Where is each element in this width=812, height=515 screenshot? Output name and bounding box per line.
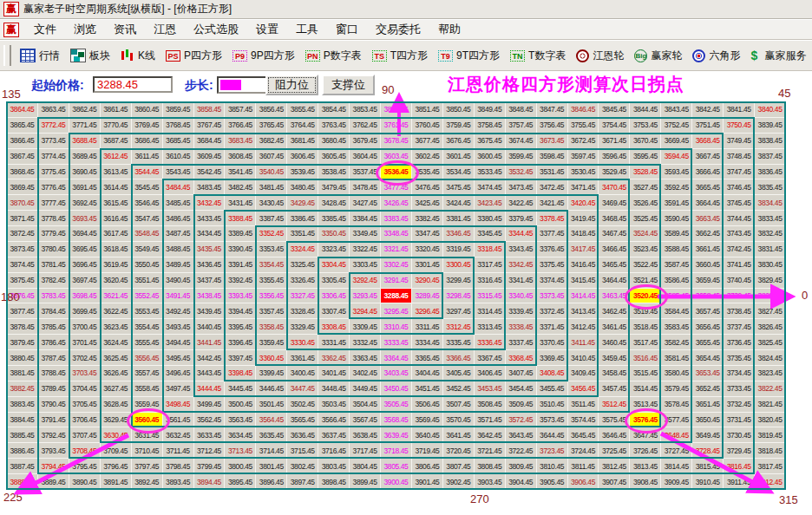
grid-cell-r6c8: 3430.45 <box>256 195 287 211</box>
grid-cell-r4c14: 3534.45 <box>443 165 475 180</box>
toolbar-button-9p-square[interactable]: P99P四方形 <box>227 47 300 65</box>
grid-cell-r2c9: 3681.45 <box>287 134 318 149</box>
grid-cell-r20c5: 3561.45 <box>163 413 194 428</box>
grid-cell-r19c22: 3651.45 <box>692 397 724 413</box>
menu-item-交易委托[interactable]: 交易委托 <box>368 20 429 39</box>
grid-cell-r10c24: 3830.45 <box>755 258 786 273</box>
grid-cell-r4c2: 3690.45 <box>69 165 101 180</box>
grid-cell-r20c7: 3563.45 <box>225 413 256 428</box>
grid-cell-r10c6: 3436.45 <box>194 258 226 273</box>
grid-cell-r16c12: 3364.45 <box>381 350 412 366</box>
grid-cell-r10c16: 3342.45 <box>506 258 537 273</box>
toolbar-button-hexagon[interactable]: 六角形 <box>687 47 745 65</box>
menu-item-文件[interactable]: 文件 <box>26 20 64 39</box>
grid-cell-r7c4: 3547.45 <box>132 211 163 226</box>
grid-cell-r1c23: 3750.45 <box>724 118 755 134</box>
grid-cell-r8c2: 3694.45 <box>69 226 101 242</box>
grid-cell-r3c12: 3603.45 <box>381 149 412 165</box>
grid-cell-r7c17: 3378.45 <box>537 211 568 226</box>
grid-cell-r14c13: 3311.45 <box>412 319 443 335</box>
toolbar-button-t-number-table[interactable]: TNT数字表 <box>505 47 571 65</box>
grid-cell-r13c2: 3699.45 <box>69 303 101 319</box>
grid-cell-r1c4: 3769.45 <box>132 118 163 134</box>
grid-cell-r11c19: 3464.45 <box>599 273 630 289</box>
menu-item-工具[interactable]: 工具 <box>288 20 326 39</box>
grid-cell-r20c14: 3570.45 <box>443 413 475 428</box>
toolbar-button-p-square[interactable]: PSP四方形 <box>160 47 227 65</box>
grid-cell-r16c13: 3365.45 <box>412 350 443 366</box>
toolbar-button-sectors[interactable]: 板块 <box>65 47 115 65</box>
grid-cell-r14c3: 3623.45 <box>101 319 132 335</box>
grid-cell-r18c10: 3448.45 <box>318 381 350 397</box>
grid-cell-r16c19: 3459.45 <box>599 350 630 366</box>
toolbar-button-quotes[interactable]: 行情 <box>15 47 65 65</box>
grid-cell-r8c16: 3344.45 <box>506 226 537 242</box>
grid-cell-r23c16: 3809.45 <box>506 459 537 474</box>
grid-cell-r19c7: 3500.45 <box>225 397 256 413</box>
grid-cell-r11c17: 3374.45 <box>537 273 568 289</box>
support-button[interactable]: 支撑位 <box>322 75 375 95</box>
toolbar-button-p-number-table[interactable]: PNP数字表 <box>300 47 367 65</box>
menu-item-设置[interactable]: 设置 <box>248 20 286 39</box>
grid-cell-r9c22: 3661.45 <box>692 242 724 258</box>
grid-cell-r0c19: 3845.45 <box>599 102 630 118</box>
compass-label-180: 180 <box>1 290 20 303</box>
start-price-input[interactable] <box>93 76 173 93</box>
grid-cell-r11c5: 3490.45 <box>163 273 194 289</box>
grid-cell-r9c16: 3343.45 <box>506 242 537 258</box>
grid-cell-r5c0: 3869.45 <box>7 179 38 195</box>
grid-cell-r9c6: 3435.45 <box>194 242 226 258</box>
hexagon-icon <box>692 49 705 62</box>
grid-cell-r24c6: 3894.45 <box>194 474 226 490</box>
toolbar-button-kline[interactable]: K线 <box>115 47 160 65</box>
grid-cell-r20c9: 3565.45 <box>287 413 318 428</box>
grid-cell-r14c7: 3395.45 <box>225 319 256 335</box>
toolbar-handle[interactable] <box>3 45 11 66</box>
grid-cell-r22c13: 3719.45 <box>412 443 443 459</box>
grid-cell-r15c11: 3332.45 <box>350 335 381 350</box>
grid-cell-r6c6: 3432.45 <box>194 195 226 211</box>
grid-cell-r5c16: 3473.45 <box>506 179 537 195</box>
grid-cell-r22c17: 3723.45 <box>537 443 568 459</box>
grid-cell-r8c6: 3434.45 <box>194 226 226 242</box>
grid-cell-r22c2: 3708.45 <box>69 443 101 459</box>
step-color-swatch <box>220 80 241 90</box>
menu-item-资讯[interactable]: 资讯 <box>106 20 144 39</box>
grid-cell-r21c15: 3642.45 <box>475 427 506 443</box>
grid-cell-r9c12: 3321.45 <box>381 242 412 258</box>
grid-cell-r18c2: 3704.45 <box>69 381 101 397</box>
grid-cell-r6c22: 3664.45 <box>692 195 724 211</box>
resistance-button[interactable]: 阻力位 <box>265 75 318 95</box>
menu-item-江恩[interactable]: 江恩 <box>146 20 184 39</box>
grid-cell-r9c10: 3323.45 <box>318 242 350 258</box>
toolbar-button-gann-wheel[interactable]: 江恩轮 <box>571 47 629 65</box>
grid-cell-r0c16: 3848.45 <box>506 102 537 118</box>
toolbar-button-winner-service[interactable]: $赢家服务 <box>745 47 811 65</box>
toolbar-button-9t-square[interactable]: T99T四方形 <box>433 47 505 65</box>
grid-cell-r13c23: 3738.45 <box>724 303 755 319</box>
grid-cell-r12c2: 3698.45 <box>69 289 101 304</box>
grid-cell-r9c13: 3320.45 <box>412 242 443 258</box>
toolbar-label: P四方形 <box>184 49 222 63</box>
grid-cell-r14c11: 3309.45 <box>350 319 381 335</box>
grid-cell-r9c7: 3390.45 <box>225 242 256 258</box>
toolbar-button-t-square[interactable]: TST四方形 <box>367 47 433 65</box>
menu-item-公式选股[interactable]: 公式选股 <box>186 20 246 39</box>
grid-cell-r24c19: 3907.45 <box>599 474 630 490</box>
toolbar-button-winner-wheel[interactable]: Big赢家轮 <box>629 47 687 65</box>
grid-cell-r16c23: 3735.45 <box>724 350 755 366</box>
grid-cell-r6c13: 3425.45 <box>412 195 443 211</box>
grid-cell-r17c16: 3407.45 <box>506 366 537 381</box>
grid-cell-r11c22: 3659.45 <box>692 273 724 289</box>
menu-item-帮助[interactable]: 帮助 <box>430 20 468 39</box>
grid-cell-r16c0: 3880.45 <box>7 350 38 366</box>
grid-cell-r23c0: 3887.45 <box>7 459 38 474</box>
grid-cell-r24c5: 3893.45 <box>163 474 194 490</box>
grid-cell-r17c18: 3409.45 <box>568 366 599 381</box>
grid-cell-r24c7: 3895.45 <box>225 474 256 490</box>
menu-item-窗口[interactable]: 窗口 <box>328 20 366 39</box>
grid-cell-r18c12: 3450.45 <box>381 381 412 397</box>
grid-cell-r10c18: 3416.45 <box>568 258 599 273</box>
menu-item-浏览[interactable]: 浏览 <box>66 20 104 39</box>
grid-cell-r20c3: 3629.45 <box>101 413 132 428</box>
